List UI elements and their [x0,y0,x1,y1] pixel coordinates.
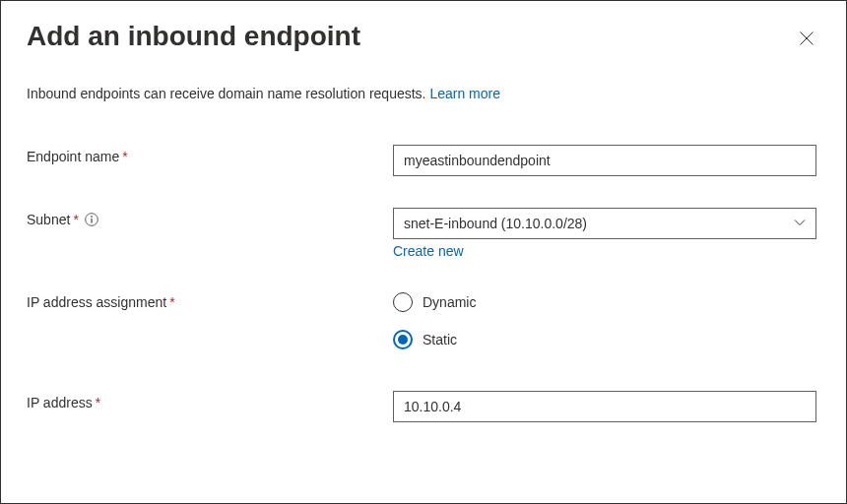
endpoint-name-label: Endpoint name * [27,145,393,164]
radio-dynamic-label: Dynamic [423,294,476,310]
add-inbound-endpoint-panel: Add an inbound endpoint Inbound endpoint… [0,0,847,504]
info-icon[interactable] [85,213,98,226]
close-icon [799,33,814,49]
radio-circle-selected-icon [393,330,413,349]
panel-description: Inbound endpoints can receive domain nam… [27,86,820,101]
ip-address-input[interactable] [393,391,816,422]
required-indicator: * [122,149,127,164]
radio-circle-icon [393,292,413,312]
create-new-subnet-link[interactable]: Create new [393,243,464,259]
required-indicator: * [73,212,78,227]
radio-static-label: Static [423,332,457,347]
required-indicator: * [169,294,174,310]
ip-assignment-label: IP address assignment * [27,290,393,310]
radio-static[interactable]: Static [393,330,816,349]
description-text: Inbound endpoints can receive domain nam… [27,86,429,101]
endpoint-name-input[interactable] [393,145,816,176]
ip-address-label: IP address * [27,391,393,410]
ip-assignment-radio-group: Dynamic Static [393,290,816,349]
learn-more-link[interactable]: Learn more [429,86,500,101]
subnet-select[interactable]: snet-E-inbound (10.10.0.0/28) [393,208,816,239]
subnet-label: Subnet * [27,208,393,227]
subnet-select-value: snet-E-inbound (10.10.0.0/28) [404,216,587,231]
panel-title: Add an inbound endpoint [27,21,360,52]
svg-point-3 [91,216,93,218]
required-indicator: * [96,395,100,410]
chevron-down-icon [794,216,806,231]
svg-rect-4 [91,219,92,223]
close-button[interactable] [793,25,820,54]
radio-dynamic[interactable]: Dynamic [393,292,816,312]
